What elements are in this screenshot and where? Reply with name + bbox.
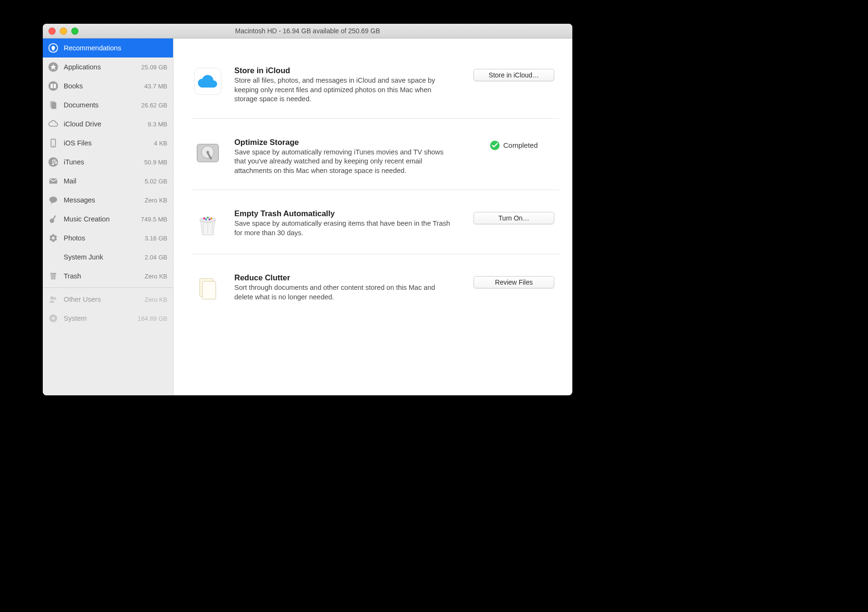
turn-on-button[interactable]: Turn On… [473, 212, 554, 224]
svg-point-15 [54, 236, 57, 239]
hard-drive-icon [193, 138, 223, 168]
rec-title: Store in iCloud [234, 66, 457, 75]
sidebar-item-size: 164.89 GB [138, 315, 167, 322]
sidebar-item-label: Recommendations [64, 44, 167, 52]
svg-point-24 [52, 317, 55, 320]
sidebar-item-label: iTunes [64, 158, 140, 166]
sidebar-item-size: 3.16 GB [145, 235, 167, 242]
guitar-icon [48, 213, 59, 225]
sidebar-item-label: Other Users [64, 296, 140, 303]
recommendations-panel: Store in iCloud Store all files, photos,… [174, 38, 572, 395]
sidebar-item-size: Zero KB [145, 197, 167, 204]
svg-point-18 [50, 238, 53, 241]
storage-management-window: Macintosh HD - 16.94 GB available of 250… [43, 24, 572, 395]
sidebar-item-label: Applications [64, 63, 136, 71]
svg-point-32 [203, 218, 205, 220]
mail-icon [48, 175, 59, 187]
status-label: Completed [503, 141, 538, 149]
svg-rect-6 [51, 103, 56, 109]
sidebar-item-label: iCloud Drive [64, 120, 143, 128]
rec-reduce-clutter: Reduce Clutter Sort through documents an… [193, 254, 559, 318]
sidebar-item-size: 26.62 GB [141, 102, 167, 109]
svg-point-16 [54, 238, 57, 241]
trash-icon [48, 270, 59, 282]
svg-point-8 [53, 145, 54, 146]
svg-rect-38 [203, 281, 216, 299]
svg-point-21 [50, 296, 54, 300]
svg-point-22 [54, 297, 57, 300]
sidebar-item-size: 25.09 GB [141, 64, 167, 71]
sidebar-item-label: iOS Files [64, 139, 149, 147]
photos-icon [48, 232, 59, 244]
sidebar-item-label: Messages [64, 196, 140, 204]
books-icon [48, 80, 59, 92]
cloud-icon [48, 118, 59, 130]
sidebar-item-ios-files[interactable]: iOS Files 4 KB [43, 134, 173, 153]
rec-desc: Save space by automatically removing iTu… [234, 148, 453, 176]
sidebar-item-music-creation[interactable]: Music Creation 749.5 MB [43, 210, 173, 229]
sidebar-item-label: Books [64, 82, 140, 90]
sidebar-item-itunes[interactable]: iTunes 50.9 MB [43, 153, 173, 172]
sidebar-item-recommendations[interactable]: Recommendations [43, 38, 173, 57]
sidebar-item-size: Zero KB [145, 296, 167, 303]
rec-title: Optimize Storage [234, 138, 457, 147]
sidebar-item-label: System [64, 315, 133, 322]
svg-point-11 [49, 197, 58, 203]
store-in-icloud-button[interactable]: Store in iCloud… [473, 69, 554, 81]
sidebar-item-documents[interactable]: Documents 26.62 GB [43, 96, 173, 115]
sidebar-item-icloud-drive[interactable]: iCloud Drive 9.3 MB [43, 115, 173, 134]
sidebar-item-trash[interactable]: Trash Zero KB [43, 267, 173, 286]
sidebar-item-label: Trash [64, 272, 140, 280]
documents-stack-icon [193, 273, 223, 304]
rec-desc: Store all files, photos, and messages in… [234, 76, 453, 104]
svg-rect-10 [49, 179, 58, 184]
sidebar-item-system[interactable]: System 164.89 GB [43, 309, 173, 328]
completed-status: Completed [490, 141, 538, 150]
svg-point-33 [207, 217, 209, 219]
rec-empty-trash: Empty Trash Automatically Save space by … [193, 190, 559, 254]
sidebar-item-applications[interactable]: Applications 25.09 GB [43, 57, 173, 76]
sidebar-item-system-junk[interactable]: System Junk 2.04 GB [43, 248, 173, 267]
svg-point-19 [50, 236, 53, 239]
sidebar-item-size: 50.9 MB [145, 159, 167, 166]
sidebar-item-other-users[interactable]: Other Users Zero KB [43, 290, 173, 309]
sidebar-item-label: Mail [64, 177, 140, 185]
svg-point-35 [205, 219, 207, 220]
sidebar-separator [43, 287, 173, 288]
svg-rect-2 [52, 50, 54, 50]
phone-icon [48, 137, 59, 149]
svg-point-17 [52, 239, 55, 242]
sidebar-item-size: Zero KB [145, 273, 167, 280]
titlebar: Macintosh HD - 16.94 GB available of 250… [43, 24, 572, 38]
svg-rect-13 [52, 215, 56, 220]
sidebar-item-photos[interactable]: Photos 3.16 GB [43, 229, 173, 248]
sidebar-item-size: 2.04 GB [145, 254, 167, 261]
sidebar-item-size: 9.3 MB [148, 121, 167, 128]
sidebar-item-messages[interactable]: Messages Zero KB [43, 191, 173, 210]
documents-icon [48, 99, 59, 111]
sidebar-item-label: System Junk [64, 253, 140, 261]
svg-rect-20 [50, 273, 57, 274]
svg-point-4 [48, 81, 58, 91]
sidebar-item-size: 5.02 GB [145, 178, 167, 185]
sidebar-item-size: 43.7 MB [145, 83, 167, 90]
blank-icon [48, 251, 59, 263]
messages-icon [48, 194, 59, 206]
checkmark-icon [490, 141, 500, 150]
svg-point-34 [211, 218, 212, 220]
trash-full-icon [193, 209, 223, 239]
sidebar-item-size: 4 KB [154, 140, 167, 147]
rec-title: Reduce Clutter [234, 273, 457, 282]
review-files-button[interactable]: Review Files [473, 276, 554, 288]
rec-optimize-storage: Optimize Storage Save space by automatic… [193, 118, 559, 190]
sidebar-item-mail[interactable]: Mail 5.02 GB [43, 172, 173, 191]
rec-desc: Save space by automatically erasing item… [234, 219, 453, 238]
sidebar-item-label: Documents [64, 101, 136, 109]
rec-title: Empty Trash Automatically [234, 209, 457, 218]
disk-icon [48, 313, 59, 324]
sidebar-item-books[interactable]: Books 43.7 MB [43, 76, 173, 96]
itunes-icon [48, 156, 59, 168]
svg-point-14 [52, 234, 55, 237]
sidebar-item-size: 749.5 MB [141, 216, 167, 223]
svg-point-36 [209, 219, 211, 220]
